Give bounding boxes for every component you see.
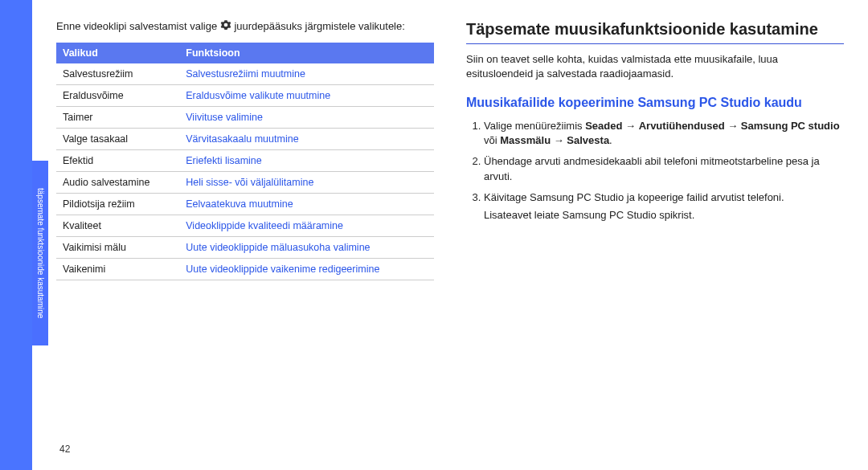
table-row: Valge tasakaalVärvitasakaalu muutmine bbox=[56, 128, 434, 149]
function-cell: Videoklippide kvaliteedi määramine bbox=[179, 215, 434, 236]
step-subtext: Lisateavet leiate Samsung PC Studio spik… bbox=[484, 208, 844, 223]
option-cell: Audio salvestamine bbox=[56, 171, 179, 193]
right-column: Täpsemate muusikafunktsioonide kasutamin… bbox=[466, 19, 844, 447]
th-valikud: Valikud bbox=[56, 43, 179, 63]
page-content: Enne videoklipi salvestamist valige juur… bbox=[56, 0, 860, 466]
option-cell: Pildiotsija režiim bbox=[56, 193, 179, 215]
option-cell: Salvestusrežiim bbox=[56, 63, 179, 85]
intro-text: Enne videoklipi salvestamist valige juur… bbox=[56, 19, 434, 35]
bold-text: Massmälu bbox=[500, 134, 551, 146]
option-cell: Valge tasakaal bbox=[56, 128, 179, 149]
option-cell: Eraldusvõime bbox=[56, 84, 179, 106]
option-cell: Taimer bbox=[56, 106, 179, 128]
function-cell: Viivituse valimine bbox=[179, 106, 434, 128]
intro-pre: Enne videoklipi salvestamist valige bbox=[56, 20, 220, 32]
gear-icon bbox=[220, 19, 231, 35]
table-row: VaikenimiUute videoklippide vaikenime re… bbox=[56, 258, 434, 280]
side-tab-label: täpsemate funktsioonide kasutamine bbox=[32, 161, 48, 345]
th-funktsioon: Funktsioon bbox=[179, 43, 434, 63]
bold-text: Arvutiühendused bbox=[639, 120, 725, 132]
title-rule bbox=[466, 43, 844, 44]
function-cell: Eriefekti lisamine bbox=[179, 149, 434, 171]
table-row: TaimerViivituse valimine bbox=[56, 106, 434, 128]
table-row: KvaliteetVideoklippide kvaliteedi määram… bbox=[56, 215, 434, 236]
table-row: Vaikimisi mäluUute videoklippide mäluasu… bbox=[56, 236, 434, 258]
table-row: Audio salvestamineHeli sisse- või väljal… bbox=[56, 171, 434, 193]
function-cell: Heli sisse- või väljalülitamine bbox=[179, 171, 434, 193]
page-number: 42 bbox=[59, 443, 70, 455]
steps-list: Valige menüürežiimis Seaded → Arvutiühen… bbox=[466, 119, 844, 223]
sub-heading: Muusikafailide kopeerimine Samsung PC St… bbox=[466, 95, 844, 111]
function-cell: Eraldusvõime valikute muutmine bbox=[179, 84, 434, 106]
option-cell: Vaikimisi mälu bbox=[56, 236, 179, 258]
step-item: Ühendage arvuti andmesidekaabli abil tel… bbox=[484, 154, 844, 183]
bold-text: Samsung PC studio bbox=[741, 120, 840, 132]
table-row: EraldusvõimeEraldusvõime valikute muutmi… bbox=[56, 84, 434, 106]
option-cell: Efektid bbox=[56, 149, 179, 171]
function-cell: Värvitasakaalu muutmine bbox=[179, 128, 434, 149]
table-row: EfektidEriefekti lisamine bbox=[56, 149, 434, 171]
section-description: Siin on teavet selle kohta, kuidas valmi… bbox=[466, 52, 844, 80]
function-cell: Uute videoklippide vaikenime redigeerimi… bbox=[179, 258, 434, 280]
bold-text: Seaded bbox=[585, 120, 622, 132]
table-row: SalvestusrežiimSalvestusrežiimi muutmine bbox=[56, 63, 434, 85]
left-blue-strip bbox=[0, 0, 32, 470]
step-item: Valige menüürežiimis Seaded → Arvutiühen… bbox=[484, 119, 844, 148]
intro-post: juurdepääsuks järgmistele valikutele: bbox=[234, 20, 404, 32]
function-cell: Salvestusrežiimi muutmine bbox=[179, 63, 434, 85]
left-column: Enne videoklipi salvestamist valige juur… bbox=[56, 19, 434, 447]
options-table: Valikud Funktsioon SalvestusrežiimSalves… bbox=[56, 43, 434, 280]
function-cell: Eelvaatekuva muutmine bbox=[179, 193, 434, 215]
section-title: Täpsemate muusikafunktsioonide kasutamin… bbox=[466, 19, 844, 39]
function-cell: Uute videoklippide mäluasukoha valimine bbox=[179, 236, 434, 258]
option-cell: Vaikenimi bbox=[56, 258, 179, 280]
bold-text: Salvesta bbox=[567, 134, 609, 146]
option-cell: Kvaliteet bbox=[56, 215, 179, 236]
table-row: Pildiotsija režiimEelvaatekuva muutmine bbox=[56, 193, 434, 215]
options-tbody: SalvestusrežiimSalvestusrežiimi muutmine… bbox=[56, 63, 434, 280]
step-item: Käivitage Samsung PC Studio ja kopeerige… bbox=[484, 190, 844, 223]
